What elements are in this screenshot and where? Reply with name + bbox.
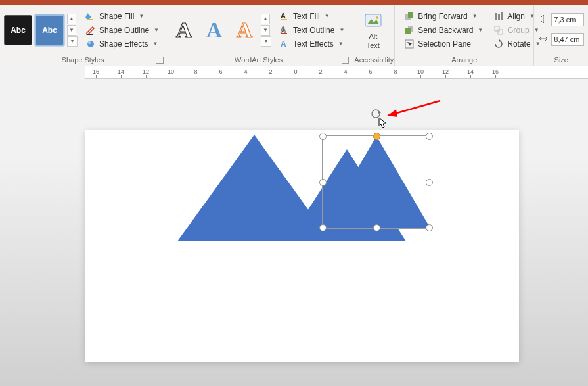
svg-marker-22 xyxy=(499,39,501,43)
shape-fill-button[interactable]: Shape Fill▼ xyxy=(83,11,162,22)
selection-pane-button[interactable]: Selection Pane xyxy=(401,38,486,50)
group-label-arrange: Arrange xyxy=(395,55,533,66)
text-outline-label: Text Outline xyxy=(293,26,334,35)
triangle-shape-3-selected[interactable] xyxy=(323,136,430,228)
adjust-handle[interactable] xyxy=(373,133,380,140)
resize-handle-sw[interactable] xyxy=(319,224,327,231)
group-label: Group xyxy=(507,26,529,35)
group-arrange: Bring Forward▼ Send Backward▼ Selection … xyxy=(395,5,534,66)
alt-text-label-1: Alt xyxy=(369,32,377,40)
rotation-stem xyxy=(376,118,376,133)
selection-box[interactable] xyxy=(322,135,430,229)
shape-outline-button[interactable]: Shape Outline▼ xyxy=(83,24,162,36)
wordart-preset-3[interactable]: A xyxy=(231,18,258,43)
group-label-size: Size xyxy=(534,55,588,66)
resize-handle-ne[interactable] xyxy=(426,133,433,140)
shape-effects-button[interactable]: Shape Effects▼ xyxy=(83,38,162,50)
resize-handle-se[interactable] xyxy=(426,224,433,231)
svg-rect-1 xyxy=(87,34,93,35)
mouse-cursor-icon xyxy=(378,117,388,129)
width-icon xyxy=(538,34,549,46)
svg-point-11 xyxy=(376,16,378,19)
send-backward-button[interactable]: Send Backward▼ xyxy=(401,24,486,36)
svg-rect-13 xyxy=(408,12,413,18)
resize-handle-s[interactable] xyxy=(373,224,380,231)
pen-outline-icon xyxy=(85,25,96,36)
svg-rect-5 xyxy=(281,19,287,20)
group-label-wordart: WordArt Styles xyxy=(166,55,351,66)
shape-effects-label: Shape Effects xyxy=(99,39,148,49)
svg-text:A: A xyxy=(281,12,286,20)
svg-point-3 xyxy=(88,41,91,44)
group-label-accessibility: Accessibility xyxy=(351,55,394,66)
shape-effects-icon xyxy=(85,39,96,49)
svg-rect-19 xyxy=(501,12,503,20)
selection-pane-label: Selection Pane xyxy=(418,39,471,49)
ribbon: Abc Abc ▲ ▼ ▾ Shape Fill▼ Shape xyxy=(0,5,588,66)
shape-style-preset-2[interactable]: Abc xyxy=(35,14,64,46)
svg-rect-17 xyxy=(495,13,497,20)
dialog-launcher-icon[interactable] xyxy=(156,57,164,64)
text-effects-label: Text Effects xyxy=(293,39,334,49)
svg-text:A: A xyxy=(281,39,286,49)
rotate-label: Rotate xyxy=(507,39,530,49)
align-label: Align xyxy=(507,12,525,21)
chevron-up-icon[interactable]: ▲ xyxy=(67,14,76,24)
send-backward-label: Send Backward xyxy=(418,26,473,35)
svg-rect-0 xyxy=(87,19,93,20)
wordart-gallery-scroll[interactable]: ▲ ▼ ▾ xyxy=(261,14,271,47)
text-outline-button[interactable]: A Text Outline▼ xyxy=(277,24,347,36)
group-icon xyxy=(493,25,504,36)
shape-fill-label: Shape Fill xyxy=(99,12,134,21)
width-field[interactable]: 8,47 cm xyxy=(538,32,584,47)
text-fill-icon: A xyxy=(279,11,290,22)
bring-forward-label: Bring Forward xyxy=(418,12,467,21)
gallery-more-icon[interactable]: ▾ xyxy=(67,36,78,47)
resize-handle-w[interactable] xyxy=(319,179,327,186)
resize-handle-nw[interactable] xyxy=(319,133,327,140)
alt-text-label-2: Text xyxy=(367,41,380,49)
svg-rect-21 xyxy=(498,30,503,34)
text-fill-label: Text Fill xyxy=(293,12,320,21)
shape-style-gallery-scroll[interactable]: ▲ ▼ ▾ xyxy=(67,14,78,47)
chevron-down-icon[interactable]: ▼ xyxy=(67,25,76,36)
horizontal-ruler[interactable]: 1614121086420246810121416 xyxy=(85,66,588,79)
annotation-arrow xyxy=(378,97,443,124)
text-effects-icon: A xyxy=(279,39,290,49)
height-icon xyxy=(538,14,549,26)
height-field[interactable]: 7,3 cm xyxy=(538,12,584,28)
svg-text:A: A xyxy=(281,26,286,34)
svg-rect-7 xyxy=(281,33,287,34)
height-value[interactable]: 7,3 cm xyxy=(551,13,584,26)
chevron-down-icon[interactable]: ▼ xyxy=(261,25,270,36)
svg-rect-18 xyxy=(498,14,500,20)
text-fill-button[interactable]: A Text Fill▼ xyxy=(277,11,347,22)
send-backward-icon xyxy=(404,25,415,36)
resize-handle-e[interactable] xyxy=(426,179,433,186)
svg-point-2 xyxy=(87,41,94,47)
bring-forward-icon xyxy=(404,11,415,22)
dialog-launcher-icon[interactable] xyxy=(342,57,349,64)
group-label-shape-styles: Shape Styles xyxy=(0,55,166,66)
bucket-fill-icon xyxy=(85,11,96,22)
text-effects-button[interactable]: A Text Effects▼ xyxy=(277,38,347,50)
shape-style-preset-1[interactable]: Abc xyxy=(4,15,32,45)
gallery-more-icon[interactable]: ▾ xyxy=(261,36,271,47)
bring-forward-button[interactable]: Bring Forward▼ xyxy=(401,11,486,22)
chevron-up-icon[interactable]: ▲ xyxy=(261,14,270,24)
wordart-preset-2[interactable]: A xyxy=(200,18,228,43)
wordart-preset-1[interactable]: A xyxy=(170,18,198,43)
group-size: 7,3 cm 8,47 cm Size xyxy=(534,5,588,66)
group-shape-styles: Abc Abc ▲ ▼ ▾ Shape Fill▼ Shape xyxy=(0,5,166,66)
text-outline-icon: A xyxy=(279,25,290,36)
svg-rect-15 xyxy=(405,28,411,34)
svg-rect-20 xyxy=(495,26,499,31)
group-accessibility: Alt Text Accessibility xyxy=(351,5,395,66)
slide-canvas[interactable] xyxy=(85,130,519,362)
svg-rect-9 xyxy=(365,14,381,26)
selection-pane-icon xyxy=(404,39,415,49)
width-value[interactable]: 8,47 cm xyxy=(551,33,584,46)
shape-outline-label: Shape Outline xyxy=(99,26,149,35)
alt-text-button[interactable]: Alt Text xyxy=(358,10,388,51)
alt-text-icon xyxy=(363,11,383,31)
